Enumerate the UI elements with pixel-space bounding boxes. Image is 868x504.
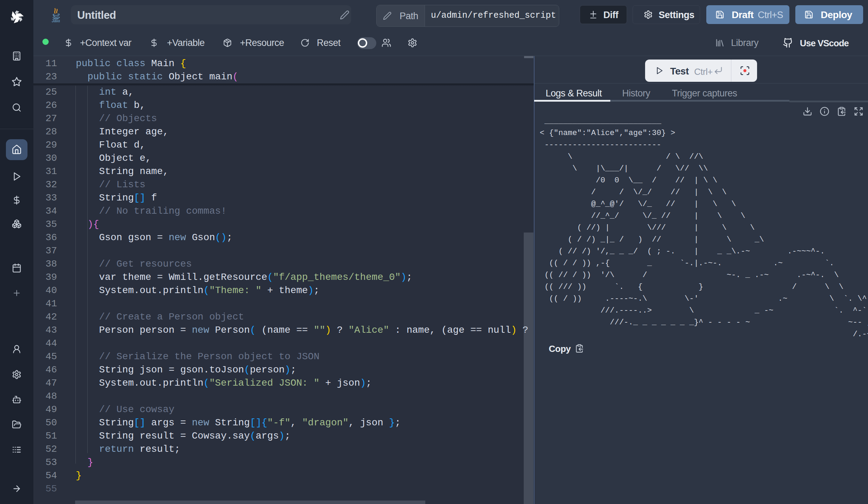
svg-text:Java: Java [52, 18, 60, 23]
